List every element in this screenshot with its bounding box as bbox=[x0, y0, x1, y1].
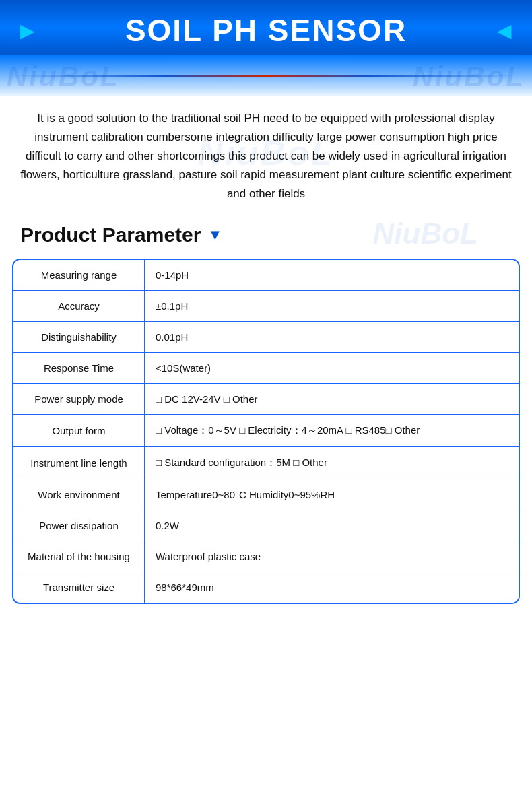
table-row: Accuracy±0.1pH bbox=[13, 291, 519, 322]
table-row: Instrument line length□ Standard configu… bbox=[13, 447, 519, 479]
table-row: Material of the housingWaterproof plasti… bbox=[13, 541, 519, 572]
header-arrow-left: ▶ bbox=[20, 20, 35, 42]
param-heading-label: Product Parameter bbox=[20, 224, 201, 246]
table-value-cell: ±0.1pH bbox=[145, 291, 519, 322]
table-value-cell: 0.2W bbox=[145, 510, 519, 541]
table-label-cell: Distinguishability bbox=[13, 322, 145, 353]
table-value-cell: □ Standard configuration：5M □ Other bbox=[145, 447, 519, 479]
table-row: Distinguishability0.01pH bbox=[13, 322, 519, 353]
table-value-cell: Waterproof plastic case bbox=[145, 541, 519, 572]
table-row: Output form□ Voltage：0～5V □ Electricity：… bbox=[13, 415, 519, 447]
table-container: Measuring range0-14pHAccuracy±0.1pHDisti… bbox=[0, 253, 532, 617]
table-label-cell: Instrument line length bbox=[13, 447, 145, 479]
watermark-bg: NiuBoL bbox=[198, 133, 335, 173]
param-arrow-icon: ▼ bbox=[207, 226, 222, 244]
table-row: Power supply mode□ DC 12V-24V □ Other bbox=[13, 384, 519, 415]
table-row: Power dissipation0.2W bbox=[13, 510, 519, 541]
description-section: NiuBoL It is a good solution to the trad… bbox=[0, 96, 532, 210]
table-value-cell: 0.01pH bbox=[145, 322, 519, 353]
table-label-cell: Accuracy bbox=[13, 291, 145, 322]
param-table: Measuring range0-14pHAccuracy±0.1pHDisti… bbox=[12, 259, 520, 604]
watermark-left: NiuBoL bbox=[7, 61, 119, 93]
table-label-cell: Measuring range bbox=[13, 260, 145, 291]
table-value-cell: □ DC 12V-24V □ Other bbox=[145, 384, 519, 415]
header-section: ▶ SOIL PH SENSOR ◀ bbox=[0, 0, 532, 55]
table-row: Response Time<10S(water) bbox=[13, 353, 519, 384]
table-value-cell: <10S(water) bbox=[145, 353, 519, 384]
page-title: SOIL PH SENSOR bbox=[125, 12, 407, 48]
table-label-cell: Work environment bbox=[13, 479, 145, 510]
table-row: Transmitter size98*66*49mm bbox=[13, 572, 519, 603]
table-value-cell: Temperature0~80°C Humidity0~95%RH bbox=[145, 479, 519, 510]
table-value-cell: □ Voltage：0～5V □ Electricity：4～20mA □ RS… bbox=[145, 415, 519, 447]
table-value-cell: 98*66*49mm bbox=[145, 572, 519, 603]
param-watermark: NiuBoL bbox=[373, 217, 478, 250]
divider-area: NiuBoL NiuBoL bbox=[0, 55, 532, 96]
table-row: Work environmentTemperature0~80°C Humidi… bbox=[13, 479, 519, 510]
header-arrow-right: ◀ bbox=[497, 20, 512, 42]
watermark-right: NiuBoL bbox=[413, 61, 525, 93]
table-label-cell: Output form bbox=[13, 415, 145, 447]
table-row: Measuring range0-14pH bbox=[13, 260, 519, 291]
table-label-cell: Power dissipation bbox=[13, 510, 145, 541]
table-label-cell: Response Time bbox=[13, 353, 145, 384]
table-label-cell: Power supply mode bbox=[13, 384, 145, 415]
table-label-cell: Material of the housing bbox=[13, 541, 145, 572]
table-value-cell: 0-14pH bbox=[145, 260, 519, 291]
table-label-cell: Transmitter size bbox=[13, 572, 145, 603]
param-heading-area: Product Parameter ▼ NiuBoL bbox=[0, 210, 532, 253]
